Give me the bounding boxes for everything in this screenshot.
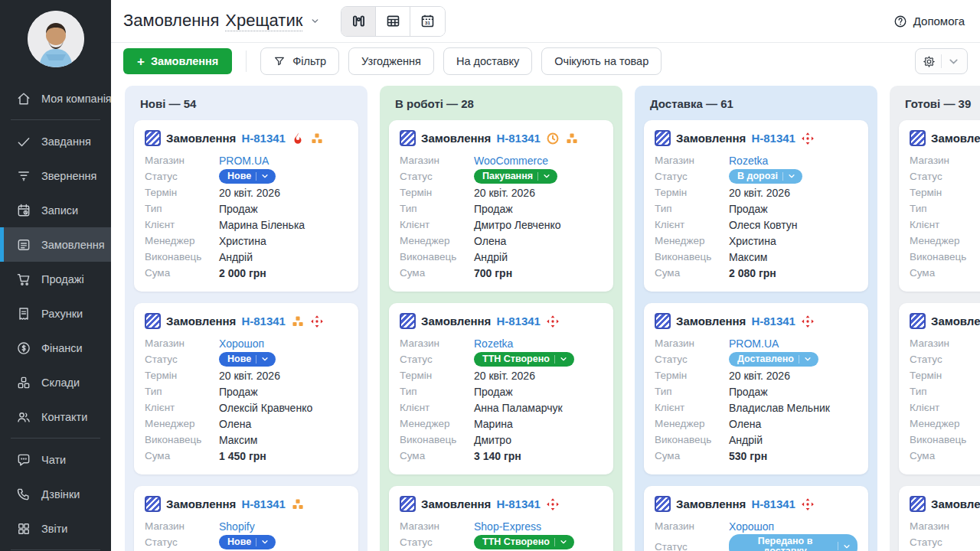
card-row: Сума2 080 грн xyxy=(655,265,858,281)
board-settings-button[interactable] xyxy=(915,48,968,74)
field-label: Термін xyxy=(145,187,219,198)
sidebar-item-label: Замовлення xyxy=(41,239,105,251)
status-chevron-icon xyxy=(788,172,795,180)
sales-icon xyxy=(16,272,31,287)
order-number-link[interactable]: Н-81341 xyxy=(496,315,541,328)
field-label: Клієнт xyxy=(145,402,219,413)
page-title[interactable]: Замовлення Хрещатик xyxy=(123,11,320,31)
card-header: Замовлення Н-81341 xyxy=(145,130,348,146)
shop-link[interactable]: Shop-Express xyxy=(474,520,541,533)
order-number-link[interactable]: Н-81341 xyxy=(241,132,286,145)
quick-filter-label: Очікують на товар xyxy=(554,55,648,67)
order-number-link[interactable]: Н-81341 xyxy=(496,132,541,145)
sidebar-item-invoices[interactable]: Рахунки xyxy=(0,296,111,331)
avatar[interactable] xyxy=(0,0,111,81)
shop-link[interactable]: WooCommerce xyxy=(474,155,548,167)
order-number-link[interactable]: Н-81341 xyxy=(751,132,795,145)
status-pill[interactable]: Пакування xyxy=(474,169,557,184)
shop-link[interactable]: Хорошоп xyxy=(219,337,264,350)
new-order-button[interactable]: + Замовлення xyxy=(123,48,232,74)
sidebar-item-appeals[interactable]: Звернення xyxy=(0,158,111,193)
quick-filter-button[interactable]: Очікують на товар xyxy=(541,47,662,75)
board-name[interactable]: Хрещатик xyxy=(225,11,302,31)
card-row: Тип xyxy=(910,383,980,399)
field-label: Термін xyxy=(910,187,980,198)
sidebar-item-reports[interactable]: Звіти xyxy=(0,511,111,546)
order-card[interactable]: Замовлення Н-81341 МагазинPROM.UAСтатусН… xyxy=(134,120,358,292)
sidebar-item-label: Записи xyxy=(41,204,78,217)
order-doc-icon xyxy=(910,313,926,329)
sidebar-item-sales[interactable]: Продажі xyxy=(0,262,111,296)
sidebar-item-home[interactable]: Моя компанія xyxy=(0,81,111,116)
order-number-link[interactable]: Н-81341 xyxy=(241,315,286,328)
card-row: МагазинRozetka xyxy=(400,335,603,351)
order-card[interactable]: Замовлення Н-81341 МагазинPROM.UAСтатусД… xyxy=(644,303,868,474)
card-row: КлієнтАнна Паламарчук xyxy=(400,399,603,416)
filter-button[interactable]: Фільтр xyxy=(260,47,339,75)
shop-link[interactable]: PROM.UA xyxy=(219,155,269,167)
kanban-column: Нові — 54 Замовлення Н-81341 МагазинPROM… xyxy=(125,86,368,551)
flame-icon xyxy=(291,132,305,145)
order-card[interactable]: Замовлення МагазинСтатусТермінТипКлієнтМ… xyxy=(899,120,980,292)
shop-link[interactable]: Хорошоп xyxy=(729,520,774,533)
sidebar-item-finance[interactable]: Фінанси xyxy=(0,331,111,365)
status-pill[interactable]: ТТН Створено xyxy=(474,535,574,550)
shop-link[interactable]: Rozetka xyxy=(729,155,768,167)
card-header: Замовлення Н-81341 xyxy=(145,496,348,512)
order-card[interactable]: Замовлення Н-81341 МагазинShop-ExpressСт… xyxy=(389,486,613,551)
order-card[interactable]: Замовлення Н-81341 МагазинShopifyСтатусН… xyxy=(134,486,358,551)
order-number-link[interactable]: Н-81341 xyxy=(241,497,286,510)
order-card[interactable]: Замовлення МагазинСтатусТермінТипКлієнтМ… xyxy=(899,303,980,474)
column-cards: Замовлення Н-81341 МагазинPROM.UAСтатусН… xyxy=(125,119,368,551)
sidebar-item-chats[interactable]: Чати xyxy=(0,442,111,477)
shop-link[interactable]: Shopify xyxy=(219,520,255,533)
field-label: Термін xyxy=(655,370,729,381)
status-pill[interactable]: В дорозі xyxy=(729,169,802,184)
chevron-down-icon[interactable] xyxy=(310,16,320,26)
calendar-icon: 31 xyxy=(420,13,436,29)
order-card[interactable]: Замовлення Н-81341 МагазинRozetkaСтатусТ… xyxy=(389,303,613,474)
order-number-link[interactable]: Н-81341 xyxy=(751,497,795,510)
view-kanban-button[interactable] xyxy=(341,7,376,36)
card-row: КлієнтОлексій Кравченко xyxy=(145,399,348,416)
sidebar-item-calls[interactable]: Дзвінки xyxy=(0,477,111,511)
shop-link[interactable]: Rozetka xyxy=(474,337,513,350)
status-pill[interactable]: ТТН Створено xyxy=(474,352,574,367)
quick-filter-button[interactable]: На доставку xyxy=(443,47,532,75)
sidebar-item-warehouses[interactable]: Склади xyxy=(0,365,111,399)
view-calendar-button[interactable]: 31 xyxy=(410,7,445,36)
order-number-link[interactable]: Н-81341 xyxy=(496,497,541,510)
sidebar-item-label: Контакти xyxy=(41,411,87,423)
settings-chevron-icon[interactable] xyxy=(947,55,960,68)
order-card[interactable]: Замовлення Н-81341 МагазинХорошопСтатусН… xyxy=(134,303,358,474)
sidebar-item-tasks[interactable]: Завдання xyxy=(0,124,111,158)
order-card[interactable]: Замовлення Н-81341 МагазинRozetkaСтатусВ… xyxy=(644,120,868,292)
view-table-button[interactable] xyxy=(376,7,410,36)
order-title: Замовлення xyxy=(421,315,491,328)
order-card[interactable]: Замовлення МагазинСтатусТермінТипКлієнтМ… xyxy=(899,486,980,551)
card-row: МагазинRozetka xyxy=(655,152,858,168)
sidebar-item-records[interactable]: Записи xyxy=(0,193,111,227)
status-pill[interactable]: Нове xyxy=(219,352,276,367)
card-row: МенеджерОлена xyxy=(655,416,858,432)
field-value-sum: 2 080 грн xyxy=(729,267,776,279)
order-number-link[interactable]: Н-81341 xyxy=(751,315,795,328)
sidebar-item-orders[interactable]: Замовлення xyxy=(0,227,111,262)
status-pill[interactable]: Нове xyxy=(219,169,276,184)
card-row: КлієнтДмитро Левченко xyxy=(400,217,603,233)
card-row: СтатусНове xyxy=(145,534,348,550)
contacts-icon xyxy=(16,409,31,425)
order-card[interactable]: Замовлення Н-81341 МагазинWooCommerceСта… xyxy=(389,120,613,292)
card-row: СтатусНове xyxy=(145,351,348,367)
order-card[interactable]: Замовлення Н-81341 МагазинХорошопСтатусП… xyxy=(644,486,868,551)
quick-filter-button[interactable]: Узгодження xyxy=(348,47,434,75)
sidebar-item-contacts[interactable]: Контакти xyxy=(0,399,111,434)
status-pill[interactable]: Нове xyxy=(219,535,276,550)
status-pill[interactable]: Доставлено xyxy=(729,352,818,367)
help-button[interactable]: Допомога xyxy=(893,15,965,28)
card-header: Замовлення Н-81341 xyxy=(655,313,858,329)
home-icon xyxy=(16,91,31,106)
field-label: Термін xyxy=(910,370,980,381)
shop-link[interactable]: PROM.UA xyxy=(729,337,779,350)
status-pill[interactable]: Передано в доставку xyxy=(729,534,858,551)
